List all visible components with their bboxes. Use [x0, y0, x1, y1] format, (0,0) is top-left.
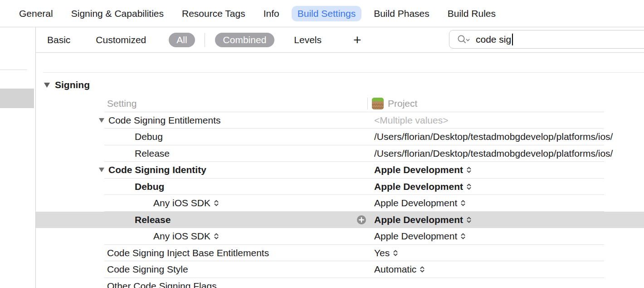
setting-value[interactable]: /Users/florian/Desktop/testadmobgdevelop… — [374, 145, 644, 162]
stepper-icon — [214, 199, 219, 207]
setting-value[interactable]: /Users/florian/Desktop/testadmobgdevelop… — [374, 129, 644, 145]
filter-levels-button[interactable]: Levels — [294, 35, 322, 45]
setting-name: Other Code Signing Flags — [107, 281, 217, 288]
sidebar-selected-item[interactable] — [0, 89, 34, 108]
setting-name: Debug — [135, 181, 164, 192]
stepper-icon — [393, 249, 398, 257]
setting-column-header: Setting — [107, 98, 137, 109]
table-row[interactable]: Code Signing Identity Apple Development — [36, 162, 644, 179]
disclosure-triangle-icon[interactable] — [44, 83, 50, 88]
stepper-icon — [214, 232, 219, 240]
table-row[interactable]: Debug Apple Development — [36, 179, 644, 195]
sidebar-divider — [0, 70, 27, 70]
setting-name: Any iOS SDK — [153, 231, 210, 242]
setting-value[interactable] — [374, 278, 644, 288]
setting-value-dropdown[interactable]: Apple Development — [374, 162, 644, 179]
tab-build-settings[interactable]: Build Settings — [292, 6, 361, 21]
setting-value-dropdown[interactable]: Yes — [374, 245, 644, 262]
filter-all-button[interactable]: All — [169, 33, 195, 47]
project-column-header: Project — [388, 98, 417, 109]
section-title: Signing — [55, 79, 90, 90]
project-navigator-sliver — [0, 27, 36, 288]
setting-name: Release — [135, 148, 170, 159]
setting-name: Code Signing Style — [107, 264, 188, 275]
tab-signing-capabilities[interactable]: Signing & Capabilities — [71, 8, 164, 19]
setting-value-dropdown[interactable]: Apple Development — [374, 195, 644, 212]
table-row[interactable]: Code Signing Entitlements <Multiple valu… — [36, 112, 644, 129]
filter-customized-button[interactable]: Customized — [96, 35, 146, 45]
table-row[interactable]: Other Code Signing Flags — [36, 278, 644, 288]
setting-value-dropdown[interactable]: Apple Development — [374, 212, 644, 228]
section-header-signing[interactable]: Signing — [44, 79, 90, 90]
target-editor-tab-bar: General Signing & Capabilities Resource … — [0, 0, 644, 27]
search-query-text: code sig — [476, 34, 511, 45]
table-row[interactable]: Any iOS SDK Apple Development — [36, 195, 644, 212]
tab-build-phases[interactable]: Build Phases — [374, 8, 429, 19]
stepper-icon — [420, 265, 425, 273]
stepper-icon — [466, 183, 472, 191]
stepper-icon — [466, 216, 472, 224]
table-row[interactable]: Debug /Users/florian/Desktop/testadmobgd… — [36, 129, 644, 145]
tab-general[interactable]: General — [19, 8, 53, 19]
add-setting-button[interactable]: + — [353, 34, 361, 46]
disclosure-triangle-icon[interactable] — [99, 168, 104, 172]
table-row-selected[interactable]: Release Apple Development — [36, 212, 644, 228]
disclosure-triangle-icon[interactable] — [99, 118, 104, 123]
toolbar-separator — [205, 33, 205, 47]
setting-value-dropdown[interactable]: Apple Development — [374, 228, 644, 245]
table-row[interactable]: Any iOS SDK Apple Development — [36, 228, 644, 245]
xcode-build-settings-window: General Signing & Capabilities Resource … — [0, 0, 644, 288]
setting-name: Code Signing Identity — [108, 164, 206, 175]
column-divider — [367, 98, 368, 109]
setting-name: Release — [135, 214, 171, 225]
add-value-button[interactable] — [357, 215, 366, 224]
stepper-icon — [460, 199, 466, 207]
table-row[interactable]: Code Signing Style Automatic — [36, 261, 644, 278]
setting-value-dropdown[interactable]: Automatic — [374, 261, 644, 278]
filter-basic-button[interactable]: Basic — [47, 35, 70, 45]
table-row[interactable]: Release /Users/florian/Desktop/testadmob… — [36, 145, 644, 162]
stepper-icon — [460, 232, 466, 240]
setting-value[interactable]: <Multiple values> — [374, 112, 644, 129]
build-settings-filter-bar: Basic Customized All Combined Levels + c… — [36, 27, 644, 53]
table-top-divider — [43, 72, 644, 73]
table-header-row: Setting — [36, 95, 644, 112]
table-row[interactable]: Code Signing Inject Base Entitlements Ye… — [36, 245, 644, 262]
tab-info[interactable]: Info — [263, 8, 279, 19]
setting-name: Debug — [135, 131, 163, 142]
tab-build-rules[interactable]: Build Rules — [448, 8, 496, 19]
setting-name: Any iOS SDK — [153, 198, 210, 209]
stepper-icon — [466, 166, 472, 174]
project-app-icon — [372, 98, 384, 109]
search-input[interactable]: code sig — [449, 30, 644, 49]
filter-combined-button[interactable]: Combined — [215, 33, 275, 47]
text-caret — [512, 34, 513, 45]
setting-name: Code Signing Entitlements — [108, 115, 220, 126]
build-settings-table: Signing Setting — [36, 53, 644, 288]
setting-value-dropdown[interactable]: Apple Development — [374, 179, 644, 195]
tab-resource-tags[interactable]: Resource Tags — [182, 8, 245, 19]
setting-name: Code Signing Inject Base Entitlements — [107, 248, 269, 258]
build-settings-pane: Basic Customized All Combined Levels + c… — [36, 27, 644, 288]
search-icon — [457, 35, 470, 45]
